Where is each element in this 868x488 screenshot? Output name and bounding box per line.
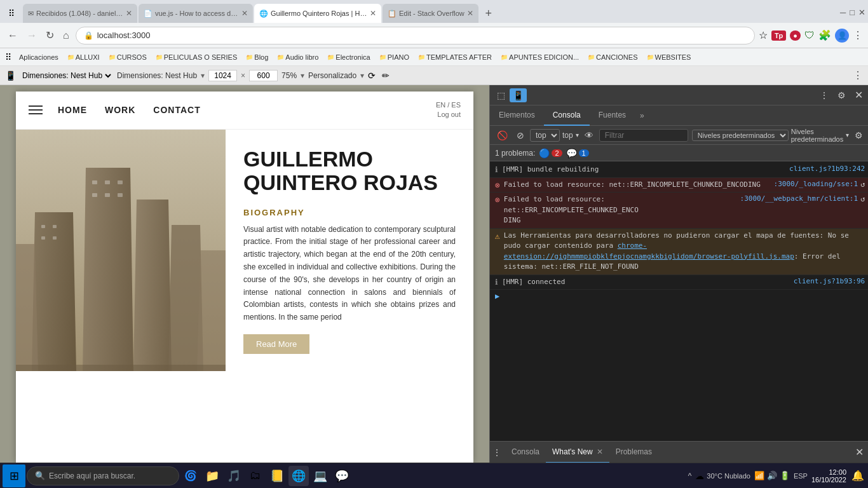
width-input[interactable] bbox=[208, 70, 237, 81]
nav-contact[interactable]: CONTACT bbox=[153, 105, 200, 115]
devtools-settings-button[interactable]: ⚙ bbox=[834, 88, 849, 102]
tab-close-whatsnew[interactable]: ✕ bbox=[597, 447, 603, 456]
top-context-select[interactable]: top bbox=[530, 129, 560, 142]
filter-input[interactable] bbox=[599, 129, 688, 142]
devtools-dots-button[interactable]: ⋮ bbox=[817, 88, 832, 102]
reload-button[interactable]: ↻ bbox=[43, 27, 57, 44]
edit-icon[interactable]: ✏ bbox=[382, 71, 390, 81]
nav-work[interactable]: WORK bbox=[105, 105, 135, 115]
battery-icon[interactable]: 🔋 bbox=[780, 471, 790, 480]
devtools-close-button[interactable]: ✕ bbox=[851, 87, 866, 103]
nav-home[interactable]: HOME bbox=[58, 105, 87, 115]
bookmark-aplicaciones[interactable]: Aplicaciones bbox=[15, 52, 62, 62]
tab-elementos[interactable]: Elementos bbox=[490, 105, 544, 126]
apps-grid-icon[interactable]: ⠿ bbox=[5, 52, 11, 62]
console-source-link[interactable]: :3000/__webpack_hmr/client:1 bbox=[735, 194, 858, 203]
console-expand-arrow[interactable]: ▶ bbox=[490, 290, 868, 302]
maximize-icon[interactable]: □ bbox=[850, 8, 855, 17]
close-icon[interactable]: ✕ bbox=[858, 8, 865, 17]
tab-guillermo[interactable]: 🌐 Guillermo Quintero Rojas | Ho... ✕ bbox=[254, 4, 381, 23]
taskbar-vscode[interactable]: 💻 bbox=[310, 466, 330, 486]
tab-fuentes[interactable]: Fuentes bbox=[590, 105, 635, 126]
inspect-element-button[interactable]: ⬚ bbox=[494, 88, 508, 102]
clock-date[interactable]: 12:00 16/10/2022 bbox=[811, 468, 846, 484]
puzzle-icon[interactable]: 🧩 bbox=[818, 29, 831, 41]
bookmark-audio[interactable]: 📁 Audio libro bbox=[273, 52, 322, 62]
eye-button[interactable]: 👁 bbox=[581, 129, 597, 142]
zoom-select[interactable]: 75% bbox=[281, 71, 297, 80]
preset-select[interactable]: Personalizado bbox=[308, 71, 356, 80]
console-source-link[interactable]: client.js?1b93:242 bbox=[784, 165, 865, 173]
home-button[interactable]: ⌂ bbox=[60, 27, 72, 44]
bookmark-peliculas[interactable]: 📁 PELICULAS O SERIES bbox=[152, 52, 241, 62]
levels-select[interactable]: Niveles predeterminados bbox=[692, 130, 789, 141]
tab-stackoverflow[interactable]: 📋 Edit - Stack Overflow ✕ bbox=[383, 4, 478, 23]
bookmark-cursos[interactable]: 📁 CURSOS bbox=[105, 52, 151, 62]
network-icon[interactable]: 📶 bbox=[754, 471, 764, 480]
bottom-tab-problemas[interactable]: Problemas bbox=[609, 442, 658, 463]
systray-expand[interactable]: ^ bbox=[688, 471, 692, 480]
tab-more[interactable]: » bbox=[635, 105, 649, 126]
height-input[interactable] bbox=[249, 70, 278, 81]
adblock-icon[interactable]: ● bbox=[790, 30, 801, 41]
filter-toggle-button[interactable]: ⊘ bbox=[513, 129, 527, 142]
forward-button[interactable]: → bbox=[24, 27, 39, 44]
rotate-button[interactable]: ⟳ bbox=[368, 71, 376, 81]
bookmark-piano[interactable]: 📁 PIANO bbox=[376, 52, 413, 62]
taskbar-spotify[interactable]: 🎵 bbox=[224, 466, 244, 486]
close-devtools-button[interactable]: ✕ bbox=[851, 444, 867, 461]
tp-icon[interactable]: Tp bbox=[771, 30, 786, 41]
bookmark-websites[interactable]: 📁 WEBSITES bbox=[643, 52, 695, 62]
devtools-settings-gear[interactable]: ⚙ bbox=[851, 129, 866, 142]
console-source-link[interactable]: :3000/_loading/sse:1 bbox=[769, 180, 858, 188]
bookmark-templates[interactable]: 📁 TEMPLATES AFTER bbox=[414, 52, 496, 62]
bottom-tab-whatsnew[interactable]: What's New ✕ bbox=[546, 442, 609, 463]
taskbar-files[interactable]: 🗂 bbox=[245, 466, 266, 486]
device-toggle-button[interactable]: 📱 bbox=[510, 88, 527, 102]
tab-close-icon[interactable]: ✕ bbox=[241, 9, 248, 18]
bottom-dots-icon[interactable]: ⋮ bbox=[492, 447, 501, 458]
console-source-link[interactable]: client.js?1b93:96 bbox=[789, 277, 865, 285]
taskbar-file-explorer[interactable]: 📁 bbox=[202, 466, 222, 486]
settings-menu-icon[interactable]: ⋮ bbox=[853, 29, 863, 41]
read-more-button[interactable]: Read More bbox=[243, 334, 309, 354]
tab-close-icon[interactable]: ✕ bbox=[370, 9, 376, 18]
notification-button[interactable]: 🔔 bbox=[850, 468, 865, 483]
bookmark-alluxi[interactable]: 📁 ALLUXI bbox=[64, 52, 104, 62]
taskbar-cortana-icon[interactable]: 🌀 bbox=[180, 466, 201, 486]
device-select[interactable]: Dimensiones: Nest Hub bbox=[20, 71, 113, 81]
more-options-icon[interactable]: ⋮ bbox=[853, 69, 863, 81]
bookmark-star-button[interactable]: ☆ bbox=[759, 29, 768, 41]
reload-icon[interactable]: ↺ bbox=[860, 180, 865, 189]
bookmark-blog[interactable]: 📁 Blog bbox=[242, 52, 272, 62]
clear-console-button[interactable]: 🚫 bbox=[494, 129, 511, 142]
responsive-icon[interactable]: 📱 bbox=[5, 71, 16, 81]
bookmark-electronica[interactable]: 📁 Electronica bbox=[323, 52, 374, 62]
taskbar-search[interactable]: 🔍 Escribe aquí para buscar. bbox=[27, 466, 179, 485]
nav-logout[interactable]: Log out bbox=[436, 110, 461, 119]
reload-icon2[interactable]: ↺ bbox=[860, 194, 865, 203]
tab-recibidos[interactable]: ✉ Recibidos (1.048) - danielsant ✕ bbox=[23, 4, 137, 23]
tab-favicon-apps[interactable]: ⠿ bbox=[3, 4, 20, 22]
minimize-icon[interactable]: ─ bbox=[840, 8, 846, 17]
nav-lang[interactable]: EN / ES bbox=[436, 100, 461, 110]
start-button[interactable]: ⊞ bbox=[3, 464, 25, 487]
weather-widget[interactable]: ☁ 30°C Nublado bbox=[695, 471, 750, 481]
taskbar-chrome[interactable]: 🌐 bbox=[288, 466, 309, 486]
tab-vuejs[interactable]: 📄 vue.js - How to access data fr... ✕ bbox=[139, 4, 253, 23]
volume-icon[interactable]: 🔊 bbox=[767, 471, 777, 480]
taskbar-discord[interactable]: 💬 bbox=[332, 466, 352, 486]
shield-icon[interactable]: 🛡 bbox=[804, 30, 815, 41]
profile-avatar[interactable]: 👤 bbox=[835, 29, 849, 43]
hamburger-menu[interactable] bbox=[29, 105, 43, 114]
bookmark-apuntes[interactable]: 📁 APUNTES EDICION... bbox=[497, 52, 583, 62]
tab-consola[interactable]: Consola bbox=[544, 105, 590, 126]
omnibox[interactable]: 🔒 localhost:3000 bbox=[76, 27, 755, 44]
info-count-badge[interactable]: 💬 1 bbox=[566, 148, 589, 158]
tab-close-icon[interactable]: ✕ bbox=[126, 9, 132, 18]
back-button[interactable]: ← bbox=[5, 27, 20, 44]
taskbar-sticky-notes[interactable]: 📒 bbox=[267, 466, 287, 486]
bottom-tab-consola[interactable]: Consola bbox=[505, 442, 546, 463]
bookmark-canciones[interactable]: 📁 CANCIONES bbox=[584, 52, 641, 62]
tab-close-icon[interactable]: ✕ bbox=[467, 9, 473, 18]
